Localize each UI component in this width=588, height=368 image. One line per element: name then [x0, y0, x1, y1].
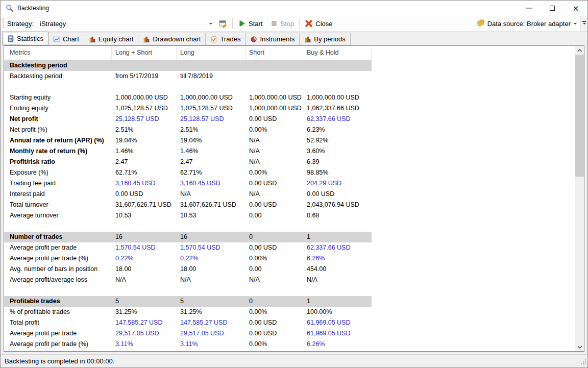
- metric-value: 147,585.27 USD: [177, 317, 246, 328]
- scrollbar-thumb[interactable]: [575, 55, 584, 177]
- resize-grip[interactable]: [580, 359, 586, 366]
- metric-value: 18.00: [112, 264, 177, 275]
- table-row[interactable]: Net profit25,128.57 USD25,128.57 USD0.00…: [4, 114, 372, 125]
- column-header-buy-hold[interactable]: Buy & Hold: [303, 46, 372, 60]
- tab-statistics[interactable]: Statistics: [2, 32, 48, 45]
- scroll-down-button[interactable]: [575, 342, 584, 351]
- metric-value: 1,025,128.57 USD: [177, 103, 246, 114]
- metric-value: 204.29 USD: [303, 178, 372, 189]
- column-header-long-short[interactable]: Long + Short: [112, 46, 177, 60]
- toolbar-grip[interactable]: [3, 18, 4, 29]
- table-row[interactable]: Exposure (%)62.71%62.71%0.00%98.85%: [4, 167, 372, 178]
- metric-value: 0.68: [303, 210, 372, 221]
- metric-value: N/A: [177, 275, 246, 285]
- status-text: Backtesting is completed in 00:00:00.: [5, 357, 114, 365]
- table-row[interactable]: Average profit/average lossN/AN/AN/AN/A: [4, 275, 372, 285]
- metric-label: Average profit per trade (%): [4, 253, 112, 264]
- table-row[interactable]: Ending equity1,025,128.57 USD1,025,128.5…: [4, 103, 372, 114]
- tab-trades[interactable]: Trades: [205, 33, 246, 45]
- table-row[interactable]: Monthly rate of return (%)1.46%1.46%N/A3…: [4, 146, 372, 157]
- metric-label: Interest paid: [4, 189, 112, 200]
- column-header-metrics[interactable]: Metrics: [4, 46, 112, 60]
- close-window-icon: ✕: [573, 5, 579, 12]
- metric-value: 10.53: [112, 210, 177, 221]
- scroll-up-button[interactable]: [575, 46, 584, 55]
- metric-value: 1,000,000.00 USD: [303, 92, 372, 103]
- table-row[interactable]: Net profit (%)2.51%2.51%0.00%6.23%: [4, 125, 372, 135]
- minimize-button[interactable]: [517, 1, 541, 16]
- toolbar-overflow-button[interactable]: [580, 16, 587, 31]
- table-row[interactable]: Number of trades161601: [4, 232, 372, 242]
- table-row[interactable]: Avg. number of bars in position18.0018.0…: [4, 264, 372, 275]
- chevron-down-icon: [583, 23, 586, 26]
- start-button[interactable]: Start: [234, 17, 266, 30]
- metric-label: Net profit (%): [4, 125, 112, 135]
- metric-value: 3.11%: [112, 339, 177, 350]
- metric-value: 1,570.54 USD: [112, 242, 177, 253]
- metric-value: 25,128.57 USD: [177, 114, 246, 125]
- column-header-long[interactable]: Long: [177, 46, 246, 60]
- table-row[interactable]: Average profit per trade (%)3.11%3.11%0.…: [4, 339, 372, 350]
- metric-value: 1.46%: [112, 146, 177, 157]
- tab-equity-chart[interactable]: Equity chart: [84, 33, 139, 45]
- calculator-icon: [7, 35, 14, 42]
- metric-value: 1,062,337.66 USD: [303, 103, 372, 114]
- table-row[interactable]: Profit/risk ratio2.472.47N/A6.39: [4, 157, 372, 167]
- table-row[interactable]: Trading fee paid3,160.45 USD3,160.45 USD…: [4, 178, 372, 189]
- table-row[interactable]: Annual rate of return (APR) (%)19.04%19.…: [4, 135, 372, 146]
- table-row[interactable]: Total turnover31,607,626.71 USD31,607,62…: [4, 200, 372, 210]
- magnifier-icon: [6, 4, 14, 12]
- tab-label: Drawdown chart: [153, 35, 201, 43]
- strategy-properties-button[interactable]: [215, 17, 231, 30]
- tab-chart[interactable]: Chart: [48, 33, 84, 45]
- tab-label: By periods: [314, 35, 345, 43]
- close-button[interactable]: Close: [301, 17, 336, 30]
- metric-value: 61,969.05 USD: [303, 317, 372, 328]
- table-row[interactable]: Total profit147,585.27 USD147,585.27 USD…: [4, 317, 372, 328]
- tab-by-periods[interactable]: By periods: [299, 33, 350, 45]
- vertical-scrollbar[interactable]: [575, 46, 584, 351]
- metric-value: 19.04%: [112, 135, 177, 146]
- metric-value: 29,517.05 USD: [177, 328, 246, 339]
- table-row[interactable]: Backtesting periodfrom 5/17/2019till 7/8…: [4, 71, 372, 82]
- metric-label: Profitable trades: [4, 296, 112, 307]
- metric-label: Trading fee paid: [4, 178, 112, 189]
- metric-value: 31.25%: [112, 307, 177, 317]
- metric-value: 0.00 USD: [246, 328, 303, 339]
- metric-value: 2.51%: [112, 125, 177, 135]
- metric-value: N/A: [112, 275, 177, 285]
- stop-button[interactable]: Stop: [266, 17, 298, 30]
- datasource-dropdown[interactable]: Data source: Broker adapter: [476, 19, 580, 28]
- metric-value: 6.26%: [303, 339, 372, 350]
- table-row[interactable]: Backtesting period: [4, 60, 372, 71]
- toolbar-separator: [232, 18, 233, 29]
- table-row[interactable]: Average profit per trade (%)0.22%0.22%0.…: [4, 253, 372, 264]
- strategy-combobox[interactable]: iStrategy: [37, 17, 215, 30]
- backtesting-window: Backtesting ✕ Strategy: iStrategy Start: [0, 0, 588, 368]
- metric-value: 61,969.05 USD: [303, 328, 372, 339]
- table-row[interactable]: % of profitable trades31.25%31.25%0.00%1…: [4, 307, 372, 317]
- metric-label: Starting equity: [4, 92, 112, 103]
- table-row[interactable]: Average profit per trade29,517.05 USD29,…: [4, 328, 372, 339]
- metric-value: 0.00: [246, 264, 303, 275]
- table-header: MetricsLong + ShortLongShortBuy & Hold: [4, 46, 372, 60]
- metric-label: % of profitable trades: [4, 307, 112, 317]
- table-row[interactable]: Average profit per trade1,570.54 USD1,57…: [4, 242, 372, 253]
- close-window-button[interactable]: ✕: [564, 1, 587, 16]
- table-row[interactable]: Interest paid0.00 USDN/AN/A0.00 USD: [4, 189, 372, 200]
- window-controls: ✕: [517, 1, 587, 16]
- table-row[interactable]: Average turnover10.5310.530.000.68: [4, 210, 372, 221]
- bar-chart-icon: [89, 36, 96, 43]
- tab-instruments[interactable]: Instruments: [245, 33, 300, 45]
- metric-value: N/A: [246, 189, 303, 200]
- metric-value: till 7/8/2019: [177, 71, 246, 82]
- metric-label: Average profit/average loss: [4, 275, 112, 285]
- tab-drawdown-chart[interactable]: Drawdown chart: [138, 33, 206, 45]
- metric-value: 10.53: [177, 210, 246, 221]
- table-body: Backtesting periodBacktesting periodfrom…: [4, 60, 372, 350]
- maximize-button[interactable]: [541, 1, 564, 16]
- table-row[interactable]: Starting equity1,000,000.00 USD1,000,000…: [4, 92, 372, 103]
- metric-label: Net profit: [4, 114, 112, 125]
- table-row[interactable]: Profitable trades5501: [4, 296, 372, 307]
- column-header-short[interactable]: Short: [246, 46, 303, 60]
